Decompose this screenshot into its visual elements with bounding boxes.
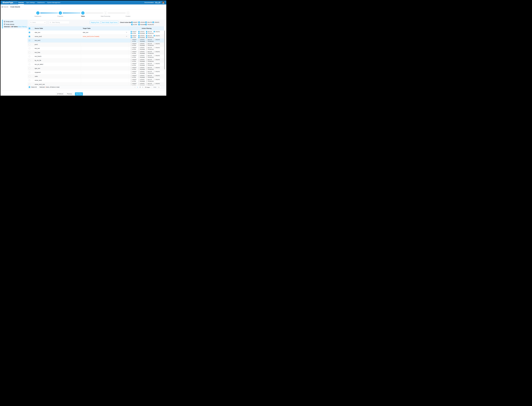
checkbox-create[interactable]: [154, 63, 155, 64]
action-checkbox-rename[interactable]: RENAME: [138, 69, 146, 70]
action-checkbox-alter[interactable]: ALTER: [131, 45, 138, 46]
action-checkbox-create[interactable]: CREATE: [154, 67, 161, 68]
checkbox-truncate[interactable]: [146, 65, 147, 66]
previous-button[interactable]: Previous: [66, 92, 73, 95]
table-row[interactable]: revise_test2revise_test2 (to be Created)…: [28, 35, 164, 39]
action-checkbox-update[interactable]: UPDATE: [138, 35, 146, 36]
action-checkbox-rename[interactable]: RENAME: [138, 41, 146, 42]
table-row[interactable]: revise_test1INSERTUPDATEDELETECREATEALTE…: [28, 78, 164, 82]
checkbox-insert[interactable]: [131, 39, 132, 40]
action-filtering-link[interactable]: Action Filtering: [18, 26, 27, 28]
checkbox-rename[interactable]: [138, 24, 140, 25]
checkbox-truncate[interactable]: [146, 45, 147, 46]
nav-item-datasource[interactable]: DataSource: [36, 0, 46, 4]
checkbox-insert[interactable]: [131, 83, 132, 84]
action-checkbox-rename[interactable]: RENAME: [138, 45, 146, 46]
checkbox-alter[interactable]: [131, 53, 132, 54]
checkbox-insert[interactable]: [131, 43, 132, 44]
select-all-label[interactable]: Select All: [31, 86, 36, 89]
table-row[interactable]: test_float11INSERTUPDATEDELETECREATEALTE…: [28, 54, 164, 58]
checkbox-create[interactable]: [153, 22, 154, 23]
action-checkbox-delete[interactable]: DELETE: [146, 63, 154, 64]
checkbox-alter[interactable]: [131, 61, 132, 62]
action-checkbox-update[interactable]: UPDATE: [138, 67, 146, 68]
action-checkbox-truncate[interactable]: TRUNCATE: [146, 81, 154, 82]
nav-item-sync-settings[interactable]: Sync Settings: [25, 0, 36, 4]
checkbox-insert[interactable]: [131, 47, 132, 48]
row-checkbox[interactable]: [29, 64, 30, 65]
checkbox-truncate[interactable]: [146, 41, 147, 42]
action-checkbox-delete[interactable]: DELETE: [146, 59, 154, 60]
checkbox-update[interactable]: [138, 35, 140, 36]
checkbox-update[interactable]: [138, 71, 140, 72]
checkbox-update[interactable]: [138, 47, 140, 48]
checkbox-rename[interactable]: [138, 73, 140, 74]
action-checkbox-update[interactable]: UPDATE: [138, 63, 146, 64]
row-checkbox[interactable]: [29, 56, 30, 57]
action-checkbox-alter[interactable]: ALTER: [131, 81, 138, 82]
vertical-scrollbar[interactable]: [164, 30, 165, 85]
action-checkbox-create[interactable]: CREATE: [154, 39, 161, 40]
action-checkbox-delete[interactable]: DELETE: [146, 39, 154, 40]
checkbox-create[interactable]: [154, 83, 155, 84]
step-circle-properties[interactable]: [59, 11, 62, 14]
action-checkbox-delete[interactable]: DELETE: [146, 35, 154, 36]
checkbox-rename[interactable]: [138, 37, 140, 38]
checkbox-alter[interactable]: [131, 57, 132, 58]
checkbox-create[interactable]: [154, 59, 155, 60]
action-checkbox-alter[interactable]: ALTER: [131, 77, 138, 78]
action-checkbox-create[interactable]: CREATE: [154, 47, 161, 48]
checkbox-update[interactable]: [138, 31, 140, 32]
action-checkbox-truncate[interactable]: TRUNCATE: [146, 45, 154, 46]
batch-modify-target-names-button[interactable]: Batch Modify Target Names: [101, 21, 118, 24]
action-checkbox-alter[interactable]: ALTER: [131, 61, 138, 62]
action-checkbox-rename[interactable]: RENAME: [138, 24, 146, 25]
checkbox-create[interactable]: [154, 31, 155, 32]
checkbox-insert[interactable]: [131, 59, 132, 60]
action-checkbox-insert[interactable]: INSERT: [131, 31, 138, 32]
action-checkbox-update[interactable]: UPDATE: [138, 55, 146, 56]
checkbox-truncate[interactable]: [146, 53, 147, 54]
checkbox-truncate[interactable]: [146, 73, 147, 74]
checkbox-truncate[interactable]: [146, 69, 147, 70]
checkbox-insert[interactable]: [131, 79, 132, 80]
checkbox-insert[interactable]: [131, 75, 132, 76]
action-checkbox-rename[interactable]: RENAME: [138, 49, 146, 50]
action-checkbox-update[interactable]: UPDATE: [138, 22, 146, 23]
previous-page-button[interactable]: [134, 86, 136, 88]
checkbox-delete[interactable]: [146, 83, 147, 84]
action-checkbox-truncate[interactable]: TRUNCATE: [146, 41, 154, 42]
checkbox-alter[interactable]: [131, 77, 132, 78]
action-checkbox-alter[interactable]: ALTER: [131, 49, 138, 50]
next-page-button[interactable]: [142, 86, 144, 88]
action-checkbox-truncate[interactable]: TRUNCATE: [145, 24, 153, 25]
table-row[interactable]: json1INSERTUPDATEDELETECREATEALTERRENAME…: [28, 43, 164, 47]
checkbox-alter[interactable]: [131, 33, 132, 34]
row-checkbox[interactable]: [29, 72, 30, 73]
action-checkbox-truncate[interactable]: TRUNCATE: [146, 49, 154, 50]
action-checkbox-truncate[interactable]: TRUNCATE: [146, 37, 154, 38]
action-checkbox-create[interactable]: CREATE: [153, 22, 160, 23]
action-checkbox-truncate[interactable]: TRUNCATE: [146, 69, 154, 70]
checkbox-insert[interactable]: [131, 71, 132, 72]
action-checkbox-delete[interactable]: DELETE: [146, 51, 154, 52]
checkbox-rename[interactable]: [138, 53, 140, 54]
row-checkbox[interactable]: [29, 84, 30, 85]
checkbox-delete[interactable]: [146, 79, 147, 80]
checkbox-alter[interactable]: [131, 24, 133, 25]
action-checkbox-create[interactable]: CREATE: [154, 79, 161, 80]
table-row[interactable]: test_text1INSERTUPDATEDELETECREATEALTERR…: [28, 38, 164, 43]
scrollbar-thumb[interactable]: [164, 30, 165, 69]
action-checkbox-update[interactable]: UPDATE: [138, 43, 146, 44]
checkbox-create[interactable]: [154, 47, 155, 48]
checkbox-insert[interactable]: [131, 67, 132, 68]
table-row[interactable]: two_pk_table2INSERTUPDATEDELETECREATEALT…: [28, 62, 164, 66]
action-checkbox-update[interactable]: UPDATE: [138, 39, 146, 40]
checkbox-truncate[interactable]: [146, 49, 147, 50]
checkbox-delete[interactable]: [146, 39, 147, 40]
action-checkbox-delete[interactable]: DELETE: [146, 79, 154, 80]
action-checkbox-delete[interactable]: DELETE: [146, 31, 154, 32]
action-checkbox-rename[interactable]: RENAME: [138, 65, 146, 66]
action-checkbox-alter[interactable]: ALTER: [131, 73, 138, 74]
action-checkbox-insert[interactable]: INSERT: [131, 79, 138, 80]
